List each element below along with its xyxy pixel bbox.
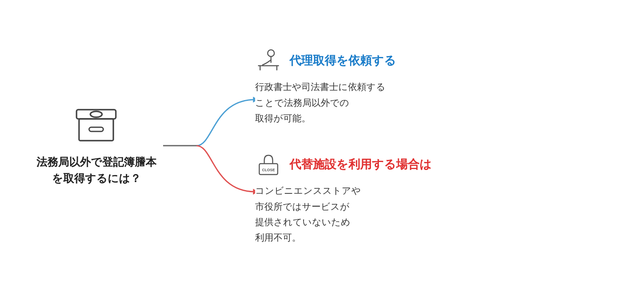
right-section: 代理取得を依頼する 行政書士や司法書士に依頼する ことで法務局以外での 取得が可… <box>255 47 615 246</box>
main-container: 法務局以外で登記簿謄本 を取得するには？ <box>29 21 615 272</box>
svg-point-2 <box>90 111 102 117</box>
closed-sign-icon: CLOSE <box>255 151 282 178</box>
svg-text:CLOSE: CLOSE <box>262 168 275 172</box>
branch-alternative-description: コンビニエンスストアや 市役所ではサービスが 提供されていないため 利用不可。 <box>255 183 615 246</box>
connector-lines <box>163 62 255 231</box>
person-at-desk-icon <box>255 47 282 74</box>
svg-rect-1 <box>79 119 113 141</box>
main-label: 法務局以外で登記簿謄本 を取得するには？ <box>36 154 156 187</box>
branch-proxy-title: 代理取得を依頼する <box>289 53 396 69</box>
svg-rect-3 <box>89 127 103 131</box>
svg-marker-6 <box>253 189 255 195</box>
branch-proxy-description: 行政書士や司法書士に依頼する ことで法務局以外での 取得が可能。 <box>255 79 615 126</box>
branch-alternative-title: 代替施設を利用する場合は <box>289 157 432 172</box>
branch-proxy-header: 代理取得を依頼する <box>255 47 615 74</box>
svg-point-7 <box>268 50 274 57</box>
branch-alternative: CLOSE 代替施設を利用する場合は コンビニエンスストアや 市役所ではサービス… <box>255 151 615 246</box>
left-section: 法務局以外で登記簿謄本 を取得するには？ <box>29 106 163 187</box>
branch-alternative-header: CLOSE 代替施設を利用する場合は <box>255 151 615 178</box>
branch-proxy: 代理取得を依頼する 行政書士や司法書士に依頼する ことで法務局以外での 取得が可… <box>255 47 615 126</box>
archive-box-icon <box>73 106 119 144</box>
svg-marker-5 <box>253 97 255 103</box>
